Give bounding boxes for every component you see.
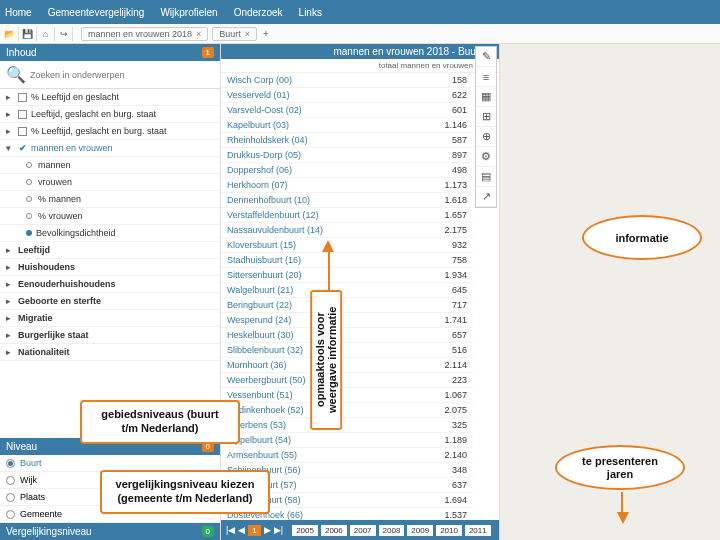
tree-item[interactable]: ▸Huishoudens — [0, 259, 220, 276]
data-row[interactable]: Drukkus-Dorp (05)897 — [221, 148, 473, 163]
data-row[interactable]: Beringbuurt (22)717 — [221, 298, 473, 313]
breadcrumb-level[interactable]: Buurt × — [212, 27, 257, 41]
data-row[interactable]: Walgelbuurt (21)645 — [221, 283, 473, 298]
data-row[interactable]: Sippelbuurt (54)1.189 — [221, 433, 473, 448]
last-year-icon[interactable]: ▶| — [274, 525, 283, 535]
data-row[interactable]: Verstaffeldenbuurt (12)1.657 — [221, 208, 473, 223]
radio-icon[interactable] — [6, 459, 15, 468]
first-year-icon[interactable]: |◀ — [226, 525, 235, 535]
expand-icon[interactable]: ▾ — [6, 143, 14, 153]
year-button[interactable]: 1 — [248, 525, 260, 536]
tree-item[interactable]: ▸Migratie — [0, 310, 220, 327]
bullet-outline-icon — [26, 213, 32, 219]
display-tool-0[interactable]: ✎ — [476, 47, 496, 67]
add-crumb-button[interactable]: + — [263, 29, 268, 39]
expand-icon[interactable]: ▸ — [6, 245, 14, 255]
data-row[interactable]: Nassauvuldenbuurt (14)2.175 — [221, 223, 473, 238]
data-row[interactable]: Rheinholdskerk (04)587 — [221, 133, 473, 148]
year-option[interactable]: 2005 — [292, 525, 318, 536]
data-row[interactable]: Kloversbuurt (15)932 — [221, 238, 473, 253]
nav-onderzoek[interactable]: Onderzoek — [234, 7, 283, 18]
expand-icon[interactable]: ▸ — [6, 279, 14, 289]
tree-item[interactable]: ▸Eenouderhuishoudens — [0, 276, 220, 293]
data-row[interactable]: Heskelbuurt (30)657 — [221, 328, 473, 343]
prev-year-icon[interactable]: ◀ — [238, 525, 245, 535]
year-option[interactable]: 2011 — [465, 525, 491, 536]
data-row[interactable]: Wesperund (24)1.741 — [221, 313, 473, 328]
tree-item[interactable]: ▸Leeftijd, geslacht en burg. staat — [0, 106, 220, 123]
tree-item-label: Eenouderhuishoudens — [18, 279, 116, 289]
save-icon[interactable]: 💾 — [23, 27, 37, 41]
checked-icon[interactable]: ✔ — [19, 143, 27, 153]
data-row[interactable]: Weerbergbuurt (50)223 — [221, 373, 473, 388]
close-icon[interactable]: × — [245, 29, 250, 39]
display-tool-2[interactable]: ▦ — [476, 87, 496, 107]
data-row[interactable]: Gudinkenhoek (52)2.075 — [221, 403, 473, 418]
data-row[interactable]: Slibbelenbuurt (32)516 — [221, 343, 473, 358]
checkbox-icon[interactable] — [18, 93, 27, 102]
display-tool-4[interactable]: ⊕ — [476, 127, 496, 147]
expand-icon[interactable]: ▸ — [6, 109, 14, 119]
data-row[interactable]: Wisch Corp (00)158 — [221, 73, 473, 88]
breadcrumb-topic[interactable]: mannen en vrouwen 2018 × — [81, 27, 208, 41]
checkbox-icon[interactable] — [18, 110, 27, 119]
data-row[interactable]: Mornhoort (36)2.114 — [221, 358, 473, 373]
tree-item[interactable]: Bevolkingsdichtheid — [0, 225, 220, 242]
radio-icon[interactable] — [6, 510, 15, 519]
next-year-icon[interactable]: ▶ — [264, 525, 271, 535]
data-row[interactable]: Doppershof (06)498 — [221, 163, 473, 178]
display-tool-1[interactable]: ≡ — [476, 67, 496, 87]
tree-item[interactable]: ▸% Leeftijd, geslacht en burg. staat — [0, 123, 220, 140]
data-row[interactable]: Dennenhofbuurt (10)1.618 — [221, 193, 473, 208]
expand-icon[interactable]: ▸ — [6, 262, 14, 272]
tree-item[interactable]: mannen — [0, 157, 220, 174]
tree-item[interactable]: % mannen — [0, 191, 220, 208]
tree-item[interactable]: ▸Leeftijd — [0, 242, 220, 259]
data-row[interactable]: Herkhoorn (07)1.173 — [221, 178, 473, 193]
year-option[interactable]: 2006 — [321, 525, 347, 536]
radio-icon[interactable] — [6, 476, 15, 485]
expand-icon[interactable]: ▸ — [6, 126, 14, 136]
tree-item[interactable]: % vrouwen — [0, 208, 220, 225]
tree-item[interactable]: ▸% Leeftijd en geslacht — [0, 89, 220, 106]
nav-wijkprofielen[interactable]: Wijkprofielen — [160, 7, 217, 18]
home-icon[interactable]: ⌂ — [41, 27, 55, 41]
close-icon[interactable]: × — [196, 29, 201, 39]
nav-gemeentevergelijking[interactable]: Gemeentevergelijking — [48, 7, 145, 18]
data-row[interactable]: Beierbens (53)325 — [221, 418, 473, 433]
year-option[interactable]: 2008 — [379, 525, 405, 536]
checkbox-icon[interactable] — [18, 127, 27, 136]
data-row[interactable]: Varsveld-Oost (02)601 — [221, 103, 473, 118]
tree-item[interactable]: ▾✔mannen en vrouwen — [0, 140, 220, 157]
tree-item[interactable]: ▸Nationaliteit — [0, 344, 220, 361]
display-tool-5[interactable]: ⚙ — [476, 147, 496, 167]
data-row[interactable]: Kapelbuurt (03)1.146 — [221, 118, 473, 133]
year-option[interactable]: 2007 — [350, 525, 376, 536]
tree-item[interactable]: ▸Geboorte en sterfte — [0, 293, 220, 310]
display-tool-3[interactable]: ⊞ — [476, 107, 496, 127]
data-row[interactable]: Armsenbuurt (55)2.140 — [221, 448, 473, 463]
data-row[interactable]: Sittersenbuurt (20)1.934 — [221, 268, 473, 283]
open-icon[interactable]: 📂 — [5, 27, 19, 41]
expand-icon[interactable]: ▸ — [6, 347, 14, 357]
expand-icon[interactable]: ▸ — [6, 330, 14, 340]
share-icon[interactable]: ↪ — [59, 27, 73, 41]
display-tool-6[interactable]: ▤ — [476, 167, 496, 187]
expand-icon[interactable]: ▸ — [6, 296, 14, 306]
nav-home[interactable]: Home — [5, 7, 32, 18]
tree-item[interactable]: ▸Burgerlijke staat — [0, 327, 220, 344]
display-tool-7[interactable]: ↗ — [476, 187, 496, 207]
tree-item[interactable]: vrouwen — [0, 174, 220, 191]
data-row[interactable]: Vesserveld (01)622 — [221, 88, 473, 103]
data-row[interactable]: Stadhuisbuurt (16)758 — [221, 253, 473, 268]
data-row[interactable]: Vessenbunt (51)1.067 — [221, 388, 473, 403]
year-option[interactable]: 2009 — [407, 525, 433, 536]
nav-links[interactable]: Links — [299, 7, 322, 18]
row-name: Verstaffeldenbuurt (12) — [227, 210, 318, 220]
expand-icon[interactable]: ▸ — [6, 313, 14, 323]
year-option[interactable]: 2010 — [436, 525, 462, 536]
search-input[interactable] — [30, 70, 214, 80]
vergelijkingsniveau-header[interactable]: Vergelijkingsniveau 0 — [0, 523, 220, 540]
expand-icon[interactable]: ▸ — [6, 92, 14, 102]
radio-icon[interactable] — [6, 493, 15, 502]
